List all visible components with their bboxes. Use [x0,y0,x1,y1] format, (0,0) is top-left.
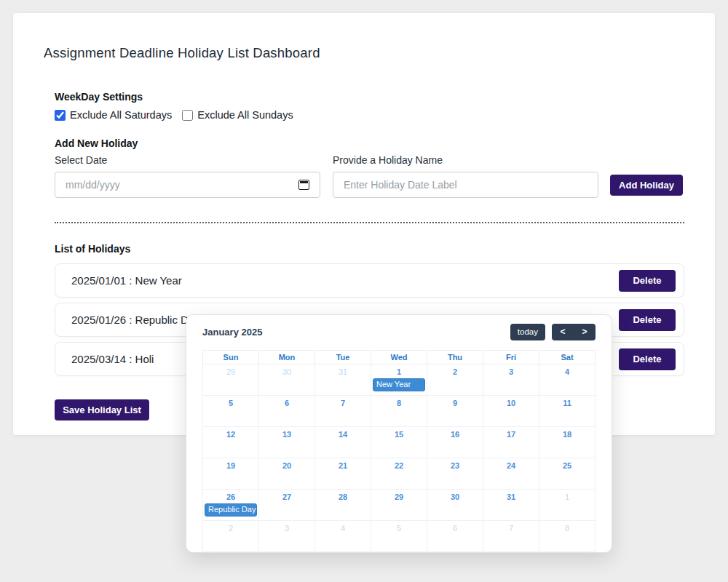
calendar-day-cell[interactable]: 6 [427,521,483,552]
date-field-label: Select Date [55,154,320,166]
day-number: 30 [259,364,314,376]
checkbox-exclude-all-sundays[interactable]: Exclude All Sundays [182,109,293,121]
calendar-day-cell[interactable]: 30 [259,364,315,396]
holiday-list-item: 2025/01/01 : New YearDelete [55,263,684,298]
day-header-sun: Sun [203,351,259,364]
delete-holiday-button[interactable]: Delete [619,309,676,331]
day-number: 15 [371,427,427,439]
calendar-day-cell[interactable]: 8 [371,396,427,427]
calendar-day-cell[interactable]: 1New Year [371,364,427,396]
calendar-day-cell[interactable]: 22 [371,458,427,490]
calendar-day-cell[interactable]: 20 [259,458,315,490]
delete-holiday-button[interactable]: Delete [619,348,676,370]
calendar-day-cell[interactable]: 27 [259,490,315,521]
checkbox-input[interactable] [55,110,66,121]
holiday-list-heading: List of Holidays [55,243,684,255]
calendar-day-cell[interactable]: 15 [371,427,427,458]
calendar-day-cell[interactable]: 31 [315,364,371,396]
day-header-wed: Wed [371,351,427,364]
calendar-week-row: 12131415161718 [203,427,596,458]
holiday-name-input[interactable] [333,172,598,198]
calendar-day-cell[interactable]: 29 [371,490,427,521]
delete-holiday-button[interactable]: Delete [619,270,676,292]
date-input[interactable] [55,172,320,198]
day-number: 4 [539,364,595,376]
add-holiday-button[interactable]: Add Holiday [610,175,683,196]
calendar-day-cell[interactable]: 3 [483,364,539,396]
checkbox-exclude-all-saturdays[interactable]: Exclude All Saturdays [55,109,172,121]
day-number: 29 [371,490,427,501]
calendar-day-cell[interactable]: 13 [259,427,315,458]
day-number: 8 [539,521,595,533]
day-number: 26 [203,490,258,501]
calendar-body: 2930311New Year2345678910111213141516171… [203,364,596,552]
calendar-day-cell[interactable]: 18 [539,427,596,458]
calendar-day-cell[interactable]: 2 [203,521,259,552]
prev-month-icon[interactable]: < [553,324,572,340]
calendar-day-cell[interactable]: 28 [315,490,371,521]
event-badge[interactable]: Republic Day [205,503,257,517]
calendar-day-cell[interactable]: 11 [539,396,596,427]
day-number: 4 [315,521,371,533]
day-number: 2 [427,364,483,376]
calendar-day-cell[interactable]: 26Republic Day [203,490,259,521]
calendar-day-cell[interactable]: 14 [315,427,371,458]
weekday-checkbox-row: Exclude All SaturdaysExclude All Sundays [55,109,684,121]
calendar-day-cell[interactable]: 21 [315,458,371,490]
page-background: { "page": { "title": "Assignment Deadlin… [0,0,728,582]
day-header-mon: Mon [259,351,315,364]
day-number: 5 [203,396,258,407]
calendar-day-cell[interactable]: 23 [427,458,483,490]
calendar-picker-icon[interactable] [298,180,309,190]
calendar-day-cell[interactable]: 3 [259,521,315,552]
calendar-day-cell[interactable]: 2 [427,364,483,396]
day-number: 28 [315,490,371,501]
calendar-day-cell[interactable]: 9 [427,396,483,427]
calendar-day-cell[interactable]: 6 [259,396,315,427]
calendar-day-cell[interactable]: 10 [483,396,539,427]
calendar-day-cell[interactable]: 5 [371,521,427,552]
calendar-day-cell[interactable]: 30 [427,490,483,521]
calendar-day-cell[interactable]: 8 [539,521,596,552]
day-number: 29 [203,364,258,376]
calendar-day-cell[interactable]: 7 [483,521,539,552]
calendar-day-cell[interactable]: 19 [203,458,259,490]
date-input-wrap [55,172,320,198]
holiday-item-text: 2025/01/01 : New Year [71,274,182,287]
day-number: 25 [539,458,595,470]
day-number: 17 [483,427,539,439]
weekday-settings-section: WeekDay Settings Exclude All SaturdaysEx… [55,91,684,121]
save-holiday-list-button[interactable]: Save Holiday List [55,399,149,420]
event-badge[interactable]: New Year [373,378,425,391]
calendar-day-cell[interactable]: 25 [539,458,596,490]
holiday-item-text: 2025/03/14 : Holi [71,353,154,365]
day-header-fri: Fri [483,351,539,364]
calendar-day-cell[interactable]: 5 [203,396,259,427]
calendar-day-cell[interactable]: 31 [483,490,539,521]
calendar-day-cell[interactable]: 16 [427,427,483,458]
calendar-day-cell[interactable]: 4 [315,521,371,552]
calendar-week-row: 2930311New Year234 [203,364,596,396]
calendar-day-cell[interactable]: 24 [483,458,539,490]
day-number: 19 [203,458,258,470]
day-number: 23 [427,458,483,470]
calendar-day-cell[interactable]: 7 [315,396,371,427]
calendar-day-cell[interactable]: 29 [203,364,259,396]
day-header-sat: Sat [539,351,596,364]
day-number: 22 [371,458,427,470]
calendar-week-row: 19202122232425 [203,458,596,490]
day-number: 3 [483,364,539,376]
calendar-day-cell[interactable]: 4 [539,364,596,396]
holiday-name-label: Provide a Holiday Name [333,154,598,166]
calendar-day-cell[interactable]: 17 [483,427,539,458]
calendar-day-cell[interactable]: 1 [539,490,596,521]
checkbox-input[interactable] [182,110,193,121]
day-number: 16 [427,427,483,439]
calendar-day-cell[interactable]: 12 [203,427,259,458]
calendar-table: SunMonTueWedThuFriSat 2930311New Year234… [202,350,596,552]
next-month-icon[interactable]: > [575,324,594,340]
today-button[interactable]: today [510,324,545,340]
day-number: 27 [259,490,314,501]
checkbox-label: Exclude All Sundays [197,109,293,121]
day-number: 31 [483,490,539,501]
